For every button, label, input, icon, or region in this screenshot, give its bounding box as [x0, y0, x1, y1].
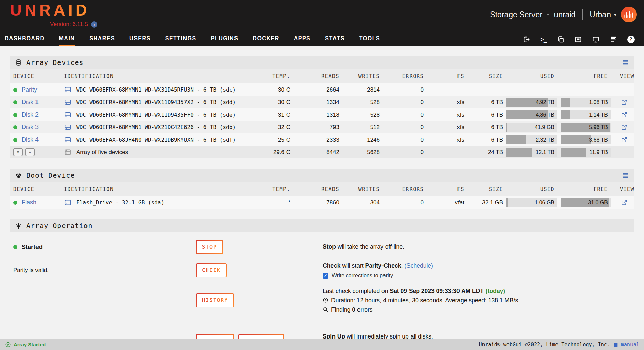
user-menu[interactable]: Urban ▾ — [590, 10, 616, 19]
device-fs: xfs — [427, 124, 464, 131]
col-free: FREE — [561, 186, 611, 192]
device-link-parity[interactable]: Parity — [22, 86, 37, 93]
device-size: 6 TB — [468, 99, 503, 106]
array-operation-header: Array Operation — [10, 219, 634, 232]
device-reads: 2333 — [294, 136, 339, 143]
feedback-icon[interactable] — [575, 36, 582, 43]
user-name: Urban — [590, 10, 611, 19]
status-dot — [13, 201, 17, 205]
spin-up-all-button[interactable]: ▲ — [25, 148, 35, 156]
check-button[interactable]: CHECK — [196, 263, 227, 277]
version-label: Version: 6.11.5 — [50, 21, 88, 28]
nav-item-main[interactable]: MAIN — [59, 36, 75, 46]
view-device-icon[interactable] — [621, 199, 627, 206]
finding-count: 0 — [352, 306, 355, 313]
col-size: SIZE — [468, 186, 503, 192]
device-link-disk-1[interactable]: Disk 1 — [22, 99, 39, 106]
op-row-check: Parity is valid. CHECK Check will start … — [10, 261, 634, 279]
nav-item-plugins[interactable]: PLUGINS — [211, 36, 239, 46]
array-stack-icon — [64, 148, 72, 156]
col-size: SIZE — [468, 73, 503, 79]
spin-down-all-button[interactable]: ▼ — [13, 148, 23, 156]
help-icon[interactable]: ? — [627, 36, 635, 43]
last-check-date: Sat 09 Sep 2023 09:33:30 AM EDT — [390, 288, 484, 294]
table-row-disk-1: Disk 1 WDC_WD60EFRX-68MYMN1_WD-WX11D9435… — [10, 96, 634, 108]
separator-dot-icon: • — [547, 11, 549, 18]
device-reads: 2664 — [294, 86, 339, 93]
col-reads: READS — [294, 73, 339, 79]
device-temp: 25 C — [260, 136, 290, 143]
last-check-today: (today) — [486, 288, 505, 294]
device-errors: 0 — [383, 99, 424, 106]
nav-item-apps[interactable]: APPS — [294, 36, 311, 46]
nav-item-docker[interactable]: DOCKER — [253, 36, 279, 46]
device-size: 6 TB — [468, 124, 503, 131]
table-row-flash: Flash Flash_Drive - 32.1 GB (sda) * 7860… — [10, 196, 634, 209]
write-corrections-checkbox[interactable]: ✓ — [323, 273, 328, 279]
view-device-icon[interactable] — [621, 99, 627, 105]
device-link-flash[interactable]: Flash — [22, 199, 36, 206]
device-link-disk-3[interactable]: Disk 3 — [22, 124, 39, 131]
drive-icon — [64, 86, 72, 94]
avatar[interactable] — [621, 7, 637, 22]
status-bar: Array Started Unraid® webGui ©2022, Lime… — [0, 339, 644, 350]
device-link-disk-4[interactable]: Disk 4 — [22, 136, 39, 143]
monitor-icon[interactable] — [592, 36, 599, 43]
table-row-parity: Parity WDC_WD60EFRX-68MYMN1_WD-WX31D45RF… — [10, 83, 634, 96]
unraid-logo[interactable]: UNRAID — [10, 1, 90, 19]
device-temp: 31 C — [260, 111, 290, 118]
drive-icon — [64, 199, 72, 206]
device-temp: 30 C — [260, 86, 290, 93]
info-icon[interactable]: i — [91, 21, 97, 28]
array-total-temp: 29.6 C — [260, 149, 290, 156]
array-started-status: Array Started — [5, 342, 46, 347]
device-writes: 528 — [343, 99, 380, 106]
nav-item-stats[interactable]: STATS — [325, 36, 345, 46]
device-errors: 0 — [383, 111, 424, 118]
copyright-text: Unraid® webGui ©2022, Lime Technology, I… — [479, 342, 610, 348]
boot-device-column-header: DEVICE IDENTIFICATION TEMP. READS WRITES… — [10, 182, 634, 196]
nav-item-users[interactable]: USERS — [129, 36, 151, 46]
divider — [582, 9, 583, 20]
nav-item-settings[interactable]: SETTINGS — [165, 36, 196, 46]
device-reads: 1318 — [294, 111, 339, 118]
view-device-icon[interactable] — [621, 124, 627, 130]
device-reads: 7860 — [294, 199, 339, 206]
search-icon — [323, 307, 328, 312]
log-icon[interactable] — [610, 36, 617, 43]
device-writes: 2814 — [343, 86, 380, 93]
view-device-icon[interactable] — [621, 136, 627, 143]
copy-icon[interactable] — [557, 36, 564, 43]
terminal-icon[interactable]: >_ — [541, 36, 547, 43]
device-link-disk-2[interactable]: Disk 2 — [22, 111, 39, 118]
stop-button[interactable]: STOP — [196, 240, 223, 254]
check-description: Check will start Parity-Check. (Schedule… — [323, 261, 634, 270]
section-title: Array Operation — [26, 222, 93, 230]
server-info: Storage Server • unraid Urban ▾ — [490, 7, 637, 22]
chevron-down-icon: ▾ — [614, 12, 616, 17]
drive-icon — [64, 136, 72, 144]
nav-item-dashboard[interactable]: DASHBOARD — [5, 36, 45, 46]
device-reads: 1334 — [294, 99, 339, 106]
list-view-toggle-icon[interactable] — [622, 172, 629, 179]
array-total-size: 24 TB — [468, 149, 503, 156]
history-button[interactable]: HISTORY — [196, 293, 234, 307]
write-corrections-row: ✓ Write corrections to parity — [323, 273, 634, 279]
col-writes: WRITES — [343, 186, 380, 192]
schedule-link[interactable]: (Schedule) — [404, 262, 433, 269]
logout-icon[interactable] — [523, 36, 530, 43]
col-used: USED — [506, 73, 557, 79]
boot-device-header: Boot Device — [10, 169, 634, 182]
used-bar: 1.06 GB — [506, 198, 557, 207]
array-devices-header: Array Devices — [10, 56, 634, 69]
device-identification: WDC_WD60EFRX-68MYMN1_WD-WX31D45RFU3N - 6… — [76, 86, 236, 93]
list-view-toggle-icon[interactable] — [622, 59, 629, 66]
status-dot — [13, 245, 17, 249]
device-errors: 0 — [383, 124, 424, 131]
section-title: Array Devices — [26, 58, 84, 67]
view-device-icon[interactable] — [621, 111, 627, 118]
nav-item-shares[interactable]: SHARES — [89, 36, 115, 46]
nav-item-tools[interactable]: TOOLS — [359, 36, 380, 46]
col-fs: FS — [427, 73, 464, 79]
manual-link[interactable]: manual — [621, 342, 639, 348]
